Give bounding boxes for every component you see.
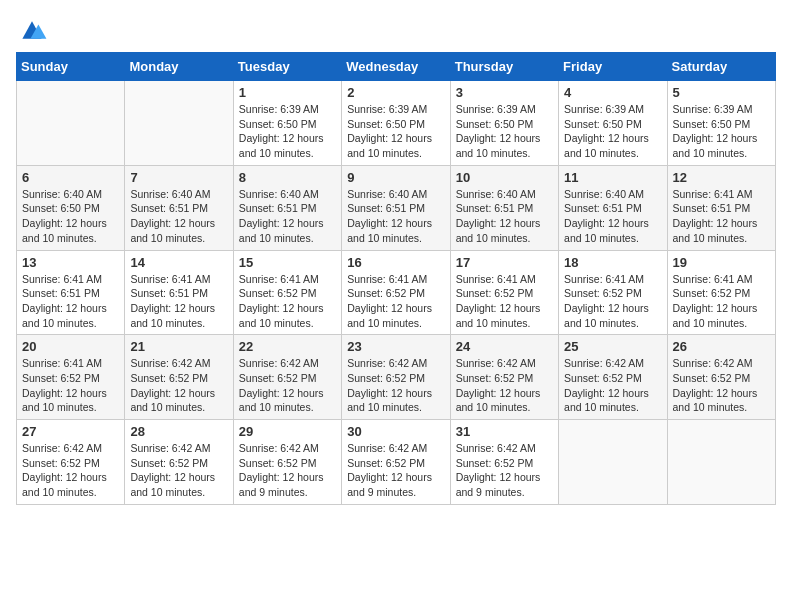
- calendar-cell: 9Sunrise: 6:40 AM Sunset: 6:51 PM Daylig…: [342, 165, 450, 250]
- day-info: Sunrise: 6:39 AM Sunset: 6:50 PM Dayligh…: [347, 102, 444, 161]
- day-info: Sunrise: 6:42 AM Sunset: 6:52 PM Dayligh…: [673, 356, 770, 415]
- weekday-header: Wednesday: [342, 53, 450, 81]
- calendar-cell: 25Sunrise: 6:42 AM Sunset: 6:52 PM Dayli…: [559, 335, 667, 420]
- calendar-cell: 1Sunrise: 6:39 AM Sunset: 6:50 PM Daylig…: [233, 81, 341, 166]
- day-number: 8: [239, 170, 336, 185]
- day-number: 2: [347, 85, 444, 100]
- day-number: 15: [239, 255, 336, 270]
- calendar-cell: [17, 81, 125, 166]
- calendar-cell: 31Sunrise: 6:42 AM Sunset: 6:52 PM Dayli…: [450, 420, 558, 505]
- week-row: 1Sunrise: 6:39 AM Sunset: 6:50 PM Daylig…: [17, 81, 776, 166]
- calendar-cell: 17Sunrise: 6:41 AM Sunset: 6:52 PM Dayli…: [450, 250, 558, 335]
- calendar-cell: [125, 81, 233, 166]
- calendar-cell: 27Sunrise: 6:42 AM Sunset: 6:52 PM Dayli…: [17, 420, 125, 505]
- day-info: Sunrise: 6:39 AM Sunset: 6:50 PM Dayligh…: [456, 102, 553, 161]
- day-info: Sunrise: 6:42 AM Sunset: 6:52 PM Dayligh…: [347, 356, 444, 415]
- header: [16, 16, 776, 44]
- calendar-cell: 26Sunrise: 6:42 AM Sunset: 6:52 PM Dayli…: [667, 335, 775, 420]
- day-info: Sunrise: 6:42 AM Sunset: 6:52 PM Dayligh…: [456, 356, 553, 415]
- day-number: 21: [130, 339, 227, 354]
- calendar-cell: [559, 420, 667, 505]
- day-info: Sunrise: 6:41 AM Sunset: 6:52 PM Dayligh…: [22, 356, 119, 415]
- day-number: 3: [456, 85, 553, 100]
- weekday-header-row: SundayMondayTuesdayWednesdayThursdayFrid…: [17, 53, 776, 81]
- day-number: 14: [130, 255, 227, 270]
- day-number: 5: [673, 85, 770, 100]
- day-info: Sunrise: 6:42 AM Sunset: 6:52 PM Dayligh…: [22, 441, 119, 500]
- day-number: 9: [347, 170, 444, 185]
- calendar-cell: 14Sunrise: 6:41 AM Sunset: 6:51 PM Dayli…: [125, 250, 233, 335]
- calendar-cell: 20Sunrise: 6:41 AM Sunset: 6:52 PM Dayli…: [17, 335, 125, 420]
- calendar-cell: 22Sunrise: 6:42 AM Sunset: 6:52 PM Dayli…: [233, 335, 341, 420]
- calendar-cell: 13Sunrise: 6:41 AM Sunset: 6:51 PM Dayli…: [17, 250, 125, 335]
- calendar-cell: 18Sunrise: 6:41 AM Sunset: 6:52 PM Dayli…: [559, 250, 667, 335]
- day-info: Sunrise: 6:40 AM Sunset: 6:51 PM Dayligh…: [130, 187, 227, 246]
- calendar-cell: 7Sunrise: 6:40 AM Sunset: 6:51 PM Daylig…: [125, 165, 233, 250]
- calendar-cell: [667, 420, 775, 505]
- calendar-cell: 29Sunrise: 6:42 AM Sunset: 6:52 PM Dayli…: [233, 420, 341, 505]
- calendar-cell: 15Sunrise: 6:41 AM Sunset: 6:52 PM Dayli…: [233, 250, 341, 335]
- calendar-cell: 24Sunrise: 6:42 AM Sunset: 6:52 PM Dayli…: [450, 335, 558, 420]
- day-info: Sunrise: 6:40 AM Sunset: 6:51 PM Dayligh…: [456, 187, 553, 246]
- calendar-cell: 23Sunrise: 6:42 AM Sunset: 6:52 PM Dayli…: [342, 335, 450, 420]
- calendar-cell: 4Sunrise: 6:39 AM Sunset: 6:50 PM Daylig…: [559, 81, 667, 166]
- calendar-cell: 12Sunrise: 6:41 AM Sunset: 6:51 PM Dayli…: [667, 165, 775, 250]
- day-number: 4: [564, 85, 661, 100]
- calendar-cell: 10Sunrise: 6:40 AM Sunset: 6:51 PM Dayli…: [450, 165, 558, 250]
- weekday-header: Sunday: [17, 53, 125, 81]
- day-number: 28: [130, 424, 227, 439]
- calendar-cell: 19Sunrise: 6:41 AM Sunset: 6:52 PM Dayli…: [667, 250, 775, 335]
- day-info: Sunrise: 6:41 AM Sunset: 6:51 PM Dayligh…: [673, 187, 770, 246]
- day-info: Sunrise: 6:39 AM Sunset: 6:50 PM Dayligh…: [239, 102, 336, 161]
- day-info: Sunrise: 6:42 AM Sunset: 6:52 PM Dayligh…: [130, 441, 227, 500]
- day-number: 30: [347, 424, 444, 439]
- week-row: 6Sunrise: 6:40 AM Sunset: 6:50 PM Daylig…: [17, 165, 776, 250]
- day-number: 20: [22, 339, 119, 354]
- day-info: Sunrise: 6:42 AM Sunset: 6:52 PM Dayligh…: [456, 441, 553, 500]
- calendar-cell: 8Sunrise: 6:40 AM Sunset: 6:51 PM Daylig…: [233, 165, 341, 250]
- day-number: 29: [239, 424, 336, 439]
- calendar: SundayMondayTuesdayWednesdayThursdayFrid…: [16, 52, 776, 505]
- day-info: Sunrise: 6:40 AM Sunset: 6:51 PM Dayligh…: [564, 187, 661, 246]
- day-info: Sunrise: 6:40 AM Sunset: 6:50 PM Dayligh…: [22, 187, 119, 246]
- day-number: 17: [456, 255, 553, 270]
- weekday-header: Friday: [559, 53, 667, 81]
- calendar-cell: 2Sunrise: 6:39 AM Sunset: 6:50 PM Daylig…: [342, 81, 450, 166]
- day-info: Sunrise: 6:41 AM Sunset: 6:51 PM Dayligh…: [130, 272, 227, 331]
- calendar-cell: 16Sunrise: 6:41 AM Sunset: 6:52 PM Dayli…: [342, 250, 450, 335]
- week-row: 20Sunrise: 6:41 AM Sunset: 6:52 PM Dayli…: [17, 335, 776, 420]
- day-info: Sunrise: 6:42 AM Sunset: 6:52 PM Dayligh…: [239, 356, 336, 415]
- day-number: 11: [564, 170, 661, 185]
- day-info: Sunrise: 6:42 AM Sunset: 6:52 PM Dayligh…: [564, 356, 661, 415]
- day-info: Sunrise: 6:40 AM Sunset: 6:51 PM Dayligh…: [347, 187, 444, 246]
- day-info: Sunrise: 6:41 AM Sunset: 6:52 PM Dayligh…: [564, 272, 661, 331]
- day-info: Sunrise: 6:41 AM Sunset: 6:52 PM Dayligh…: [347, 272, 444, 331]
- calendar-cell: 5Sunrise: 6:39 AM Sunset: 6:50 PM Daylig…: [667, 81, 775, 166]
- day-info: Sunrise: 6:41 AM Sunset: 6:51 PM Dayligh…: [22, 272, 119, 331]
- day-info: Sunrise: 6:41 AM Sunset: 6:52 PM Dayligh…: [239, 272, 336, 331]
- day-info: Sunrise: 6:39 AM Sunset: 6:50 PM Dayligh…: [564, 102, 661, 161]
- calendar-cell: 30Sunrise: 6:42 AM Sunset: 6:52 PM Dayli…: [342, 420, 450, 505]
- logo: [16, 16, 52, 44]
- logo-icon: [16, 16, 48, 44]
- calendar-cell: 28Sunrise: 6:42 AM Sunset: 6:52 PM Dayli…: [125, 420, 233, 505]
- weekday-header: Saturday: [667, 53, 775, 81]
- day-number: 16: [347, 255, 444, 270]
- day-info: Sunrise: 6:42 AM Sunset: 6:52 PM Dayligh…: [239, 441, 336, 500]
- calendar-cell: 11Sunrise: 6:40 AM Sunset: 6:51 PM Dayli…: [559, 165, 667, 250]
- day-info: Sunrise: 6:42 AM Sunset: 6:52 PM Dayligh…: [130, 356, 227, 415]
- day-number: 18: [564, 255, 661, 270]
- day-number: 10: [456, 170, 553, 185]
- day-number: 23: [347, 339, 444, 354]
- weekday-header: Monday: [125, 53, 233, 81]
- day-number: 24: [456, 339, 553, 354]
- weekday-header: Thursday: [450, 53, 558, 81]
- calendar-cell: 21Sunrise: 6:42 AM Sunset: 6:52 PM Dayli…: [125, 335, 233, 420]
- weekday-header: Tuesday: [233, 53, 341, 81]
- day-number: 27: [22, 424, 119, 439]
- day-info: Sunrise: 6:39 AM Sunset: 6:50 PM Dayligh…: [673, 102, 770, 161]
- day-number: 25: [564, 339, 661, 354]
- day-number: 26: [673, 339, 770, 354]
- day-info: Sunrise: 6:40 AM Sunset: 6:51 PM Dayligh…: [239, 187, 336, 246]
- day-info: Sunrise: 6:41 AM Sunset: 6:52 PM Dayligh…: [456, 272, 553, 331]
